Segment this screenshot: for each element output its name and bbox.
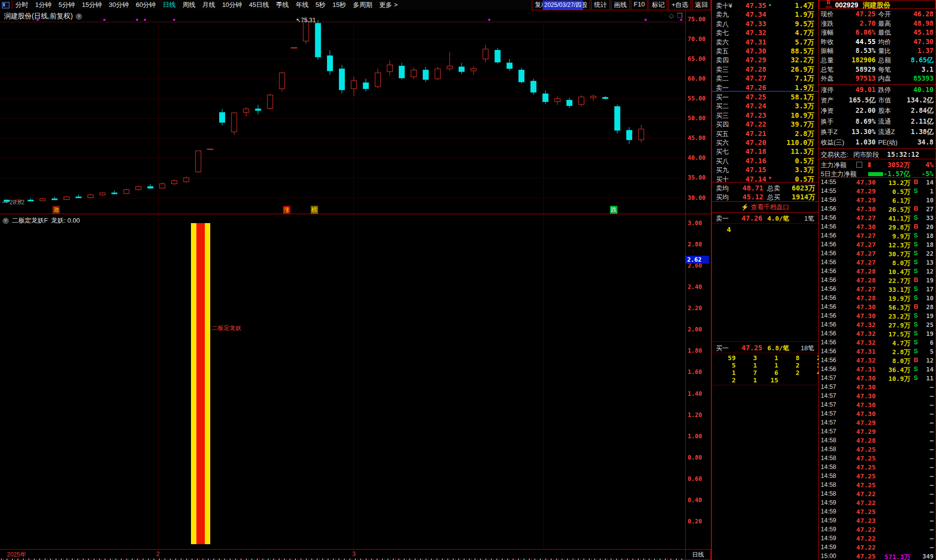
tick-row[interactable]: 14:5847.28— [819,436,936,445]
tick-row[interactable]: 14:5747.3010.9万S11 [819,373,936,382]
menu-item-日线[interactable]: 日线 [163,0,176,9]
tick-row[interactable]: 14:5547.290.5万S1 [819,187,936,195]
sell-row[interactable]: 卖九47.341.9万 [712,9,818,18]
tick-row[interactable]: 14:5647.2730.7万S22 [819,249,936,258]
queue-row: 17624 [712,369,818,376]
menu-button-返回[interactable]: 返回 [692,0,711,10]
tick-row[interactable]: 14:5647.2810.4万S12 [819,267,936,276]
menu-item-1分钟[interactable]: 1分钟 [35,0,51,9]
menu-item-分时[interactable]: 分时 [15,0,28,9]
tick-row[interactable]: 14:5647.2822.7万B19 [819,276,936,284]
sell-row[interactable]: 卖十¥47.35▲1.4万 [712,0,818,9]
tick-row[interactable]: 14:5847.25— [819,480,936,489]
tick-row[interactable]: 14:5647.3136.4万S14 [819,365,936,373]
list-icon[interactable] [856,162,862,168]
tick-row[interactable]: 14:5647.3227.9万S25 [819,320,936,329]
buy-row[interactable]: 买三47.2310.9万 [712,110,818,119]
buy-row[interactable]: 买二47.243.3万 [712,101,818,110]
tick-row[interactable]: 14:5647.2733.1万S17 [819,284,936,293]
buy-row[interactable]: 买七47.1811.3万 [712,146,818,155]
tick-row[interactable]: 14:5647.312.8万S5 [819,347,936,356]
sell-row[interactable]: 卖五47.3088.5万 [712,46,818,55]
sub-y-tick-2.00: 2.00 [688,326,709,333]
menu-item-5分钟[interactable]: 5分钟 [58,0,75,9]
buy-row[interactable]: 买八47.160.5万 [712,156,818,165]
tick-row[interactable]: 14:5547.3013.2万B14 [819,178,936,187]
y-tick-70.00: 70.00 [688,36,709,43]
period-indicator[interactable]: 日线 [685,549,711,560]
menu-item-季线[interactable]: 季线 [276,0,289,9]
menu-item-周线[interactable]: 周线 [183,0,195,9]
buy-row[interactable]: 买四47.2239.7万 [712,119,818,128]
sell-row[interactable]: 卖三47.2826.9万 [712,64,818,73]
tick-row[interactable]: 14:5947.23— [819,516,936,525]
tick-row[interactable]: 14:5647.279.9万S18 [819,231,936,240]
tick-row[interactable]: 14:5747.30— [819,409,936,418]
view-thousand-depth-button[interactable]: ⚡ 查看千档盘口 [712,202,818,212]
menu-item-15分钟[interactable]: 15分钟 [82,0,101,9]
menu-item-更多 >[interactable]: 更多 > [379,0,398,9]
tick-row[interactable]: 14:5647.2712.3万S18 [819,240,936,249]
buy1-queue-grid: 59318251123176242115 [712,354,818,384]
tick-row[interactable]: 14:5847.25— [819,454,936,463]
sell-row[interactable]: 卖六47.315.7万 [712,37,818,46]
buy-row[interactable]: 买五47.212.8万 [712,129,818,138]
buy-row[interactable]: 买一47.2558.1万 [712,92,818,101]
menu-button-画线[interactable]: 画线 [611,0,630,10]
tick-row[interactable]: 14:5647.278.0万S13 [819,258,936,267]
menu-item-15秒[interactable]: 15秒 [332,0,346,9]
tick-row[interactable]: 14:5647.296.1万10 [819,195,936,204]
price-separator [712,91,818,92]
menu-button-标记[interactable]: 标记 [649,0,667,10]
sell-row[interactable]: 卖八47.339.5万 [712,19,818,28]
tick-row[interactable]: 14:5747.30— [819,400,936,409]
tick-row[interactable]: 14:5647.3029.8万B20 [819,222,936,231]
tick-row[interactable]: 14:5747.30— [819,382,936,391]
tick-row[interactable]: 14:5647.2819.9万S10 [819,293,936,302]
menu-item-60分钟[interactable]: 60分钟 [136,0,155,9]
info-row-收益(三): 收益(三)1.030PE(动)34.8 [819,138,936,148]
sell-row[interactable]: 卖一47.261.9万 [712,83,818,92]
tick-row[interactable]: 14:5847.25— [819,445,936,454]
tick-row[interactable]: 14:5647.3056.3万B28 [819,302,936,311]
tick-row[interactable]: 14:5647.3217.5万S19 [819,329,936,338]
menu-button-F10[interactable]: F10 [631,0,648,10]
tick-row[interactable]: 14:5647.328.0万B12 [819,356,936,365]
menu-item-月线[interactable]: 月线 [202,0,215,9]
tick-row[interactable]: 14:5747.30— [819,391,936,400]
menu-button-+自选[interactable]: +自选 [668,0,691,10]
stock-title-row[interactable]: R1000 002929 润建股份 [819,0,936,9]
menu-item-年线[interactable]: 年线 [296,0,309,9]
menu-item-10分钟[interactable]: 10分钟 [222,0,242,9]
tick-row[interactable]: 14:5647.3023.2万S19 [819,311,936,320]
tick-row[interactable]: 14:5947.22— [819,543,936,552]
tick-row[interactable]: 14:5747.29— [819,418,936,427]
main-flow-row[interactable]: 主力净额 3052万 4% [819,160,936,169]
tick-row[interactable]: 15:0047.25571.3万349 [819,552,936,560]
tick-row[interactable]: 14:5947.25— [819,507,936,516]
sell-row[interactable]: 卖四47.2932.2万 [712,55,818,64]
menu-item-30分钟[interactable]: 30分钟 [109,0,129,9]
buy-row[interactable]: 买九47.153.3万 [712,165,818,174]
chevron-down-icon[interactable]: ˅ [2,218,9,224]
menu-item-多周期[interactable]: 多周期 [353,0,373,9]
magenta-dot [488,19,490,21]
tick-row[interactable]: 14:5847.25— [819,463,936,471]
tick-row[interactable]: 14:5647.3026.5万B27 [819,204,936,213]
sell-row[interactable]: 卖二47.277.1万 [712,73,818,82]
menu-item-45日线[interactable]: 45日线 [249,0,269,9]
tick-row[interactable]: 14:5847.25— [819,471,936,480]
tick-row[interactable]: 14:5947.22— [819,534,936,543]
tick-row[interactable]: 14:5647.2741.1万S33 [819,213,936,222]
panel-divider[interactable] [0,214,711,214]
window-icon[interactable] [2,2,9,8]
menu-item-5秒[interactable]: 5秒 [316,0,326,9]
menu-button-统计[interactable]: 统计 [591,0,610,10]
tick-row[interactable]: 14:5947.22— [819,525,936,534]
sell-row[interactable]: 卖七47.324.7万 [712,28,818,37]
tick-row[interactable]: 14:5747.29— [819,427,936,436]
tick-row[interactable]: 14:5847.22— [819,489,936,498]
tick-row[interactable]: 14:5647.324.7万S6 [819,338,936,347]
buy-row[interactable]: 买六47.20110.0万 [712,138,818,146]
tick-row[interactable]: 14:5947.22— [819,498,936,507]
